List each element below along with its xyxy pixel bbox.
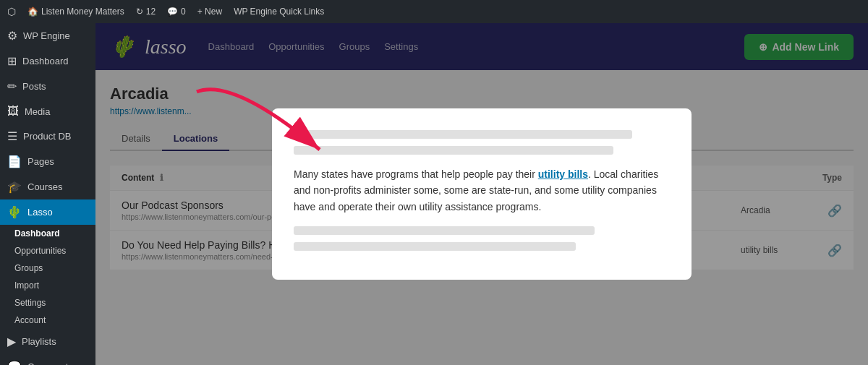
product-db-icon: ☰ xyxy=(7,129,17,143)
sidebar-item-dashboard[interactable]: ⊞ Dashboard xyxy=(0,48,95,74)
posts-icon: ✏ xyxy=(7,80,17,93)
sidebar-item-courses[interactable]: 🎓 Courses xyxy=(0,174,95,199)
home-icon: 🏠 xyxy=(27,7,38,17)
sidebar-item-playlists[interactable]: ▶ Playlists xyxy=(0,329,95,354)
sidebar-sub-groups[interactable]: Groups xyxy=(0,259,95,277)
admin-bar-site-name[interactable]: 🏠 Listen Money Matters xyxy=(27,7,124,17)
sidebar-item-wp-engine[interactable]: ⚙ WP Engine xyxy=(0,23,95,48)
updates-icon: ↻ xyxy=(136,7,143,17)
wp-icon: ⬡ xyxy=(7,6,16,17)
comments-icon: 💬 xyxy=(167,7,178,17)
sidebar-sub-settings[interactable]: Settings xyxy=(0,294,95,312)
main-content: 🌵 lasso Dashboard Opportunities Groups S… xyxy=(95,23,868,365)
sidebar-sub-account[interactable]: Account xyxy=(0,312,95,329)
sidebar-item-pages[interactable]: 📄 Pages xyxy=(0,149,95,174)
wp-engine-icon: ⚙ xyxy=(7,29,17,43)
sidebar-sub-import[interactable]: Import xyxy=(0,277,95,294)
skeleton-line-4 xyxy=(294,242,576,251)
sidebar-sub-opportunities[interactable]: Opportunities xyxy=(0,242,95,259)
dashboard-icon: ⊞ xyxy=(7,54,17,68)
skeleton-line-2 xyxy=(294,146,613,155)
skeleton-line-3 xyxy=(294,226,595,235)
modal-overlay[interactable]: Many states have programs that help peop… xyxy=(95,23,868,365)
sidebar-item-comments[interactable]: 💬 Comments xyxy=(0,354,95,365)
sidebar: ⚙ WP Engine ⊞ Dashboard ✏ Posts 🖼 Media … xyxy=(0,23,95,365)
admin-bar: ⬡ 🏠 Listen Money Matters ↻ 12 💬 0 + New … xyxy=(0,0,868,23)
modal-dialog: Many states have programs that help peop… xyxy=(272,108,692,280)
modal-body-text: Many states have programs that help peop… xyxy=(294,166,670,215)
courses-icon: 🎓 xyxy=(7,180,22,194)
admin-bar-quick-links[interactable]: WP Engine Quick Links xyxy=(234,7,324,17)
skeleton-line-1 xyxy=(294,130,632,139)
admin-bar-wp-logo[interactable]: ⬡ xyxy=(7,6,16,17)
media-icon: 🖼 xyxy=(7,105,19,118)
admin-bar-new[interactable]: + New xyxy=(197,7,222,17)
sidebar-sub-dashboard[interactable]: Dashboard xyxy=(0,225,95,242)
comments-sidebar-icon: 💬 xyxy=(7,360,22,365)
modal-link[interactable]: utility bills xyxy=(538,168,588,180)
sidebar-item-lasso[interactable]: 🌵 Lasso xyxy=(0,199,95,225)
playlists-icon: ▶ xyxy=(7,335,16,348)
admin-bar-updates[interactable]: ↻ 12 xyxy=(136,7,156,17)
sidebar-item-product-db[interactable]: ☰ Product DB xyxy=(0,124,95,149)
sidebar-item-posts[interactable]: ✏ Posts xyxy=(0,74,95,99)
lasso-icon: 🌵 xyxy=(7,205,22,219)
admin-bar-comments[interactable]: 💬 0 xyxy=(167,7,186,17)
pages-icon: 📄 xyxy=(7,155,22,168)
layout: ⚙ WP Engine ⊞ Dashboard ✏ Posts 🖼 Media … xyxy=(0,23,868,365)
sidebar-item-media[interactable]: 🖼 Media xyxy=(0,99,95,124)
